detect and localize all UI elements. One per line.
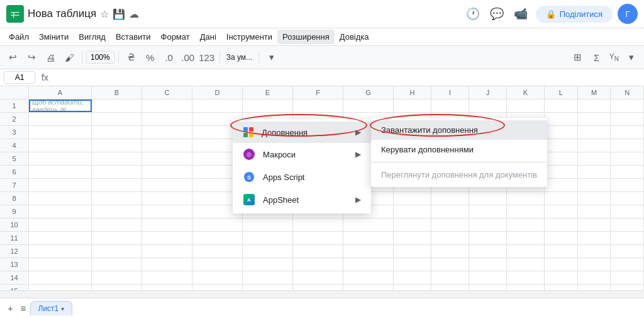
cell-n3[interactable]	[611, 126, 644, 139]
cell-b5[interactable]	[92, 152, 142, 165]
menu-format[interactable]: Формат	[156, 30, 195, 44]
cell-g15[interactable]	[343, 285, 394, 290]
cell-l15[interactable]	[545, 285, 578, 290]
cell-i15[interactable]	[431, 285, 469, 290]
history-icon[interactable]: 🕐	[463, 4, 483, 24]
cell-i8[interactable]	[431, 192, 469, 205]
cell-m9[interactable]	[578, 205, 611, 218]
cell-a10[interactable]	[29, 219, 92, 231]
cell-b7[interactable]	[92, 179, 142, 191]
redo-button[interactable]: ↪	[23, 48, 40, 66]
cell-n13[interactable]	[611, 258, 644, 271]
cell-j10[interactable]	[469, 219, 507, 231]
cell-g11[interactable]	[343, 232, 394, 244]
cell-k1[interactable]	[507, 99, 545, 112]
document-title[interactable]: Нова таблиця	[28, 8, 96, 20]
cell-e15[interactable]	[243, 285, 293, 290]
function-button[interactable]: Σ	[588, 48, 606, 66]
cell-f14[interactable]	[293, 271, 343, 284]
cell-m5[interactable]	[578, 152, 611, 165]
menu-file[interactable]: Файл	[4, 30, 34, 44]
cell-i14[interactable]	[431, 271, 469, 284]
cell-h10[interactable]	[394, 219, 431, 231]
currency-button[interactable]: ₴	[123, 48, 140, 66]
cell-m3[interactable]	[578, 126, 611, 139]
cell-b15[interactable]	[92, 285, 142, 290]
cell-l9[interactable]	[545, 205, 578, 218]
cloud-icon[interactable]: ☁	[129, 8, 139, 20]
cell-c8[interactable]	[142, 192, 192, 205]
menu-macros-item[interactable]: ◎ Макроси ▶	[233, 143, 371, 166]
cell-l8[interactable]	[545, 192, 578, 205]
cell-n12[interactable]	[611, 245, 644, 258]
print-button[interactable]: 🖨	[42, 48, 59, 66]
cell-a9[interactable]	[29, 205, 92, 218]
cell-e1[interactable]	[243, 99, 293, 112]
cell-g13[interactable]	[343, 258, 394, 271]
cell-l10[interactable]	[545, 219, 578, 231]
cell-b2[interactable]	[92, 113, 142, 125]
cell-c9[interactable]	[142, 205, 192, 218]
cell-c11[interactable]	[142, 232, 192, 244]
cell-c1[interactable]	[142, 99, 192, 112]
cell-e10[interactable]	[243, 219, 293, 231]
undo-button[interactable]: ↩	[4, 48, 21, 66]
col-header-d[interactable]: D	[192, 86, 243, 99]
sheet-menu-button[interactable]: ≡	[17, 300, 30, 316]
cell-h13[interactable]	[394, 258, 431, 271]
cell-c3[interactable]	[142, 126, 192, 139]
cell-a5[interactable]	[29, 152, 92, 165]
cell-a8[interactable]	[29, 192, 92, 205]
col-header-n[interactable]: N	[611, 86, 644, 99]
cell-l11[interactable]	[545, 232, 578, 244]
paintformat-button[interactable]: 🖌	[60, 48, 78, 66]
cell-c15[interactable]	[142, 285, 192, 290]
cell-j13[interactable]	[469, 258, 507, 271]
submenu-manage[interactable]: Керувати доповненнями	[371, 140, 547, 159]
cell-c5[interactable]	[142, 152, 192, 165]
cell-k12[interactable]	[507, 245, 545, 258]
cell-l3[interactable]	[545, 126, 578, 139]
cell-l4[interactable]	[545, 139, 578, 152]
cell-l14[interactable]	[545, 271, 578, 284]
cell-a1[interactable]: Щоб вставити, введіть ✉	[29, 99, 92, 112]
cell-a13[interactable]	[29, 258, 92, 271]
cell-m11[interactable]	[578, 232, 611, 244]
cell-c2[interactable]	[142, 113, 192, 125]
col-header-b[interactable]: B	[92, 86, 142, 99]
cell-n4[interactable]	[611, 139, 644, 152]
zoom-select[interactable]: 100%	[86, 51, 114, 64]
cell-f12[interactable]	[293, 245, 343, 258]
cell-m6[interactable]	[578, 166, 611, 178]
cell-j14[interactable]	[469, 271, 507, 284]
cell-b1[interactable]	[92, 99, 142, 112]
submenu-install[interactable]: Завантажити доповнення	[371, 120, 547, 140]
cell-e14[interactable]	[243, 271, 293, 284]
col-header-f[interactable]: F	[293, 86, 343, 99]
cell-e13[interactable]	[243, 258, 293, 271]
horizontal-scrollbar[interactable]	[0, 290, 644, 298]
cell-m10[interactable]	[578, 219, 611, 231]
cell-j1[interactable]	[469, 99, 507, 112]
cell-h11[interactable]	[394, 232, 431, 244]
cell-m4[interactable]	[578, 139, 611, 152]
cell-c6[interactable]	[142, 166, 192, 178]
menu-view[interactable]: Вигляд	[74, 30, 111, 44]
cell-m12[interactable]	[578, 245, 611, 258]
cell-a7[interactable]	[29, 179, 92, 191]
menu-appsscript-item[interactable]: S Apps Script	[233, 166, 371, 188]
cell-n2[interactable]	[611, 113, 644, 125]
col-header-k[interactable]: K	[507, 86, 545, 99]
cell-g10[interactable]	[343, 219, 394, 231]
cell-l6[interactable]	[545, 166, 578, 178]
cell-f15[interactable]	[293, 285, 343, 290]
cell-k8[interactable]	[507, 192, 545, 205]
cell-m8[interactable]	[578, 192, 611, 205]
star-icon[interactable]: ☆	[100, 8, 109, 20]
cell-a11[interactable]	[29, 232, 92, 244]
menu-edit[interactable]: Змінити	[34, 30, 74, 44]
increase-dec-button[interactable]: .00	[179, 48, 197, 66]
cell-m2[interactable]	[578, 113, 611, 125]
cell-b13[interactable]	[92, 258, 142, 271]
cell-reference-input[interactable]	[4, 71, 35, 84]
